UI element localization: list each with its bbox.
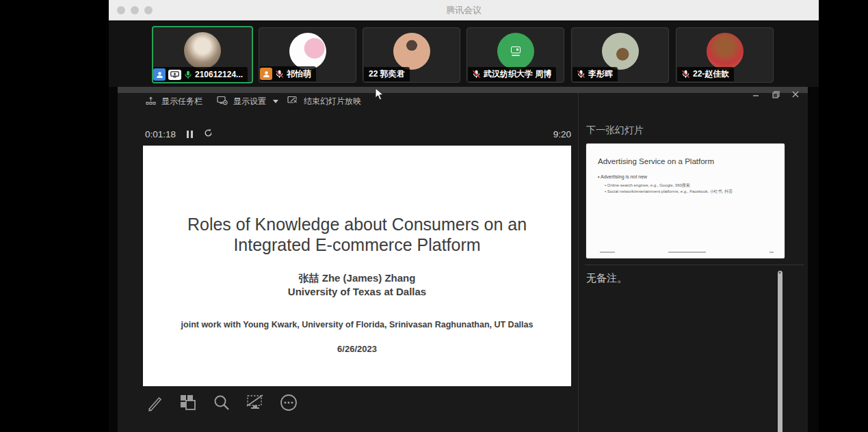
participant-namebar: 22 郭奕君 xyxy=(364,67,410,81)
clock-time: 9:20 xyxy=(553,129,571,139)
next-slide-subbullet: Online search engines, e.g., Google, 360… xyxy=(605,183,690,189)
end-slideshow-icon xyxy=(287,96,298,107)
end-slideshow-button[interactable]: 结束幻灯片放映 xyxy=(287,96,361,107)
restart-timer-icon[interactable] xyxy=(204,128,213,140)
more-options-button[interactable] xyxy=(278,392,300,414)
participant-name: 210612124... xyxy=(195,70,243,79)
avatar xyxy=(497,33,534,70)
display-settings-button[interactable]: 显示设置 xyxy=(217,96,278,107)
pause-timer-icon[interactable] xyxy=(187,131,193,138)
black-screen-button[interactable] xyxy=(244,392,266,414)
next-slide-panel: 下一张幻灯片 Advertising Service on a Platform… xyxy=(585,87,808,432)
presenter-view-window: 显示任务栏 显示设置 结束幻灯片放映 0:01:18 xyxy=(118,87,808,432)
participant-namebar: 祁怡萌 xyxy=(260,66,316,81)
participant-tile[interactable]: 祁怡萌 xyxy=(259,27,356,83)
participant-name: 祁怡萌 xyxy=(287,68,311,80)
presenter-toolbar: 显示任务栏 显示设置 结束幻灯片放映 xyxy=(118,96,569,112)
display-settings-label: 显示设置 xyxy=(233,96,266,107)
next-slide-title: Advertising Service on a Platform xyxy=(598,157,714,165)
participant-tile[interactable]: 22 郭奕君 xyxy=(363,27,460,83)
slide-title: Roles of Knowledge about Consumers on an… xyxy=(143,146,571,255)
member-badge-icon xyxy=(260,68,272,80)
participant-strip: 210612124... 祁怡萌 22 郭奕君 xyxy=(109,21,819,87)
participant-name: 武汉纺织大学 周博 xyxy=(484,68,551,80)
mic-muted-icon xyxy=(472,70,481,79)
next-slide-thumbnail[interactable]: Advertising Service on a Platform Advert… xyxy=(586,144,785,258)
participant-tile[interactable]: 22-赵佳歆 xyxy=(676,27,774,83)
mic-muted-icon xyxy=(275,70,284,79)
slide-date: 6/26/2023 xyxy=(143,344,571,354)
desktop: 腾讯会议 210612124... xyxy=(0,0,868,432)
mic-on-icon xyxy=(184,70,192,79)
green-app-icon xyxy=(511,46,521,53)
timer-row: 0:01:18 9:20 xyxy=(145,128,571,140)
mic-muted-icon xyxy=(681,70,690,79)
pen-tool-button[interactable] xyxy=(144,392,166,414)
participant-tile[interactable]: 210612124... xyxy=(152,26,253,83)
elapsed-time: 0:01:18 xyxy=(145,129,176,139)
avatar xyxy=(289,33,326,70)
participant-namebar: 22-赵佳歆 xyxy=(677,67,734,81)
chevron-down-icon xyxy=(273,100,278,103)
participant-name: 李彤晖 xyxy=(588,68,613,80)
participant-namebar: 210612124... xyxy=(153,67,248,82)
slide-author: 张喆 Zhe (James) Zhang University of Texas… xyxy=(143,271,571,299)
show-taskbar-label: 显示任务栏 xyxy=(161,96,202,107)
window-title: 腾讯会议 xyxy=(109,4,819,16)
panel-divider xyxy=(578,93,579,432)
thumb-footer-marks xyxy=(586,252,785,254)
end-slideshow-label: 结束幻灯片放映 xyxy=(304,96,361,107)
participant-tile[interactable]: 武汉纺织大学 周博 xyxy=(466,27,564,83)
notes-divider xyxy=(585,265,804,265)
screen-share-icon xyxy=(168,70,181,80)
participant-tile[interactable]: 李彤晖 xyxy=(571,27,669,83)
show-taskbar-button[interactable]: 显示任务栏 xyxy=(146,96,202,107)
titlebar: 腾讯会议 xyxy=(109,0,819,21)
avatar xyxy=(602,33,639,70)
next-slide-header: 下一张幻灯片 xyxy=(586,124,644,137)
participant-namebar: 武汉纺织大学 周博 xyxy=(468,67,556,81)
mouse-cursor xyxy=(375,87,384,100)
notes-scrollbar[interactable] xyxy=(778,271,782,432)
participant-namebar: 李彤晖 xyxy=(573,67,618,81)
notes-text: 无备注。 xyxy=(586,272,627,285)
taskbar-icon xyxy=(146,96,156,107)
current-slide: Roles of Knowledge about Consumers on an… xyxy=(143,146,571,386)
next-slide-subbullet: Social network/entertainment platforms, … xyxy=(605,189,733,195)
mic-muted-icon xyxy=(577,70,586,79)
avatar xyxy=(707,33,744,70)
participant-name: 22-赵佳歆 xyxy=(693,68,729,80)
annotation-toolbar xyxy=(144,392,300,414)
avatar xyxy=(393,33,430,70)
next-slide-bullet: Advertising is not new xyxy=(598,174,647,179)
avatar xyxy=(184,32,221,69)
member-badge-icon xyxy=(153,68,166,81)
see-all-slides-button[interactable] xyxy=(177,392,199,414)
zoom-slide-button[interactable] xyxy=(211,392,233,414)
participant-name: 22 郭奕君 xyxy=(369,68,405,80)
display-settings-icon xyxy=(217,96,228,107)
slide-credits: joint work with Young Kwark, University … xyxy=(143,320,571,329)
tencent-meeting-window: 腾讯会议 210612124... xyxy=(109,0,819,432)
